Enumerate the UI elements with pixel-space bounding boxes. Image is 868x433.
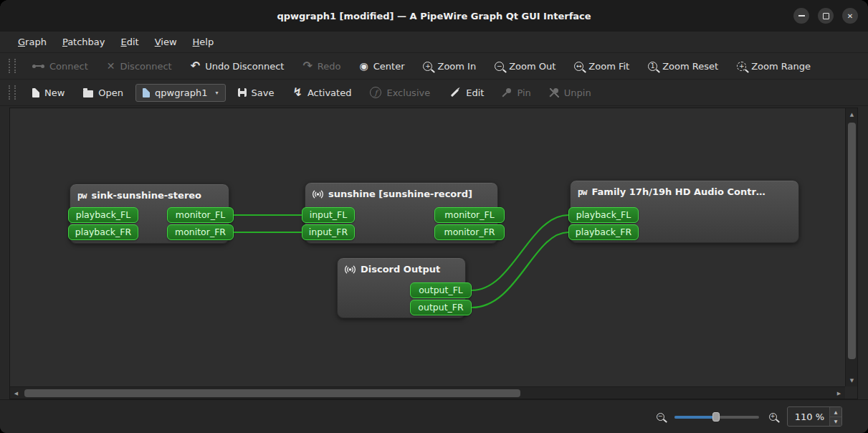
connect-button[interactable]: Connect [26, 57, 95, 75]
center-icon: ◉ [360, 61, 368, 71]
save-button[interactable]: Save [232, 84, 281, 102]
app-window: qpwgraph1 [modified] — A PipeWire Graph … [0, 0, 868, 433]
pin-button[interactable]: Pin [496, 84, 537, 102]
port-output-fl[interactable]: output_FL [410, 282, 472, 298]
connect-icon [32, 63, 44, 70]
redo-button[interactable]: ↷Redo [296, 57, 347, 75]
titlebar: qpwgraph1 [modified] — A PipeWire Graph … [0, 0, 868, 32]
open-button[interactable]: Open [77, 84, 130, 102]
zoom-fit-button[interactable]: ↔Zoom Fit [568, 57, 636, 75]
vertical-scrollbar[interactable]: ▲ ▼ [845, 108, 857, 386]
menu-help[interactable]: Help [185, 34, 222, 50]
zoom-slider[interactable] [674, 411, 759, 422]
status-zoom-in-icon[interactable]: + [769, 413, 777, 421]
zoom-in-button[interactable]: +Zoom In [416, 57, 482, 75]
open-folder-icon [83, 90, 93, 97]
zoom-spin-up-button[interactable]: ▲ [830, 407, 841, 417]
scroll-right-button[interactable]: ▶ [833, 387, 845, 399]
zoom-in-icon: + [423, 62, 432, 71]
disconnect-button[interactable]: ✕Disconnect [100, 57, 178, 75]
menu-graph[interactable]: Graph [10, 34, 54, 50]
zoom-out-icon: − [495, 62, 504, 71]
minimize-button[interactable] [793, 8, 809, 24]
vertical-scroll-thumb[interactable] [848, 123, 856, 359]
undo-disconnect-button[interactable]: ↶Undo Disconnect [184, 57, 291, 75]
pin-icon [502, 88, 512, 97]
redo-icon: ↷ [302, 60, 312, 72]
port-input-fr[interactable]: input_FR [302, 224, 355, 240]
patchbay-file-icon [143, 88, 150, 97]
chevron-down-icon: ▾ [216, 90, 219, 96]
graph-canvas[interactable]: pw sink-sunshine-stereo playback_FL play… [10, 108, 845, 386]
port-playback-fr[interactable]: playback_FR [68, 224, 138, 240]
maximize-icon [823, 13, 829, 19]
unpin-icon [550, 88, 559, 97]
scroll-left-button[interactable]: ◀ [10, 387, 22, 399]
window-title: qpwgraph1 [modified] — A PipeWire Graph … [277, 11, 591, 22]
toolbar-grip[interactable] [9, 59, 16, 73]
patchbay-select[interactable]: qpwgraph1 ▾ [135, 84, 225, 102]
exclusive-toggle[interactable]: ƒExclusive [363, 83, 437, 102]
center-button[interactable]: ◉Center [353, 57, 411, 75]
edit-button[interactable]: Edit [442, 84, 490, 102]
port-playback-fl[interactable]: playback_FL [68, 207, 138, 223]
zoom-range-button[interactable]: +Zoom Range [730, 57, 817, 75]
port-monitor-fl[interactable]: monitor_FL [434, 207, 505, 223]
zoom-slider-fill [674, 416, 716, 419]
minimize-icon [798, 15, 805, 16]
statusbar: − + 110 % ▲ ▼ [0, 399, 868, 433]
zoom-value[interactable]: 110 % [788, 411, 829, 422]
scroll-down-button[interactable]: ▼ [846, 374, 858, 386]
close-icon: ✕ [847, 12, 853, 20]
maximize-button[interactable] [818, 8, 834, 24]
zoom-reset-button[interactable]: 1Zoom Reset [642, 57, 725, 75]
menubar: Graph Patchbay Edit View Help [0, 32, 868, 53]
status-zoom-out-icon[interactable]: − [657, 413, 664, 421]
patchbay-select-value: qpwgraph1 [155, 87, 207, 98]
exclusive-icon: ƒ [370, 87, 381, 98]
disconnect-icon: ✕ [107, 61, 115, 71]
graph-frame: pw sink-sunshine-stereo playback_FL play… [9, 108, 858, 399]
zoom-spin-down-button[interactable]: ▼ [830, 417, 841, 427]
menu-view[interactable]: View [147, 34, 185, 50]
zoom-slider-handle[interactable] [712, 412, 720, 422]
port-monitor-fr[interactable]: monitor_FR [434, 224, 505, 240]
activated-lightning-icon: ↯ [293, 87, 302, 98]
menu-edit[interactable]: Edit [113, 34, 147, 50]
port-monitor-fl[interactable]: monitor_FL [167, 207, 234, 223]
port-playback-fl[interactable]: playback_FL [568, 207, 639, 223]
edit-pencil-icon [451, 88, 459, 96]
zoom-spinbox[interactable]: 110 % ▲ ▼ [787, 406, 842, 427]
scroll-up-button[interactable]: ▲ [846, 108, 858, 120]
unpin-button[interactable]: Unpin [543, 84, 598, 102]
undo-icon: ↶ [191, 60, 200, 72]
window-controls: ✕ [793, 0, 858, 32]
port-input-fl[interactable]: input_FL [302, 207, 355, 223]
save-icon [238, 88, 247, 97]
port-monitor-fr[interactable]: monitor_FR [167, 224, 234, 240]
toolbar-patchbay: New Open qpwgraph1 ▾ Save ↯Activated ƒEx… [0, 80, 868, 106]
activated-toggle[interactable]: ↯Activated [287, 83, 358, 102]
toolbar-graph: Connect ✕Disconnect ↶Undo Disconnect ↷Re… [0, 53, 868, 80]
zoom-range-icon: + [737, 62, 746, 71]
horizontal-scroll-thumb[interactable] [24, 389, 520, 397]
connection-layer [10, 108, 845, 386]
horizontal-scrollbar[interactable]: ◀ ▶ [10, 386, 845, 399]
toolbar-grip[interactable] [9, 85, 16, 100]
new-file-icon [32, 88, 39, 97]
close-button[interactable]: ✕ [842, 8, 858, 24]
menu-patchbay[interactable]: Patchbay [54, 34, 113, 50]
new-button[interactable]: New [26, 84, 71, 102]
connection-wire[interactable] [472, 232, 568, 308]
zoom-out-button[interactable]: −Zoom Out [488, 57, 562, 75]
zoom-reset-icon: 1 [648, 62, 657, 71]
scrollbar-corner [845, 386, 857, 399]
zoom-fit-icon: ↔ [574, 62, 583, 71]
port-playback-fr[interactable]: playback_FR [568, 224, 639, 240]
port-output-fr[interactable]: output_FR [410, 300, 472, 315]
